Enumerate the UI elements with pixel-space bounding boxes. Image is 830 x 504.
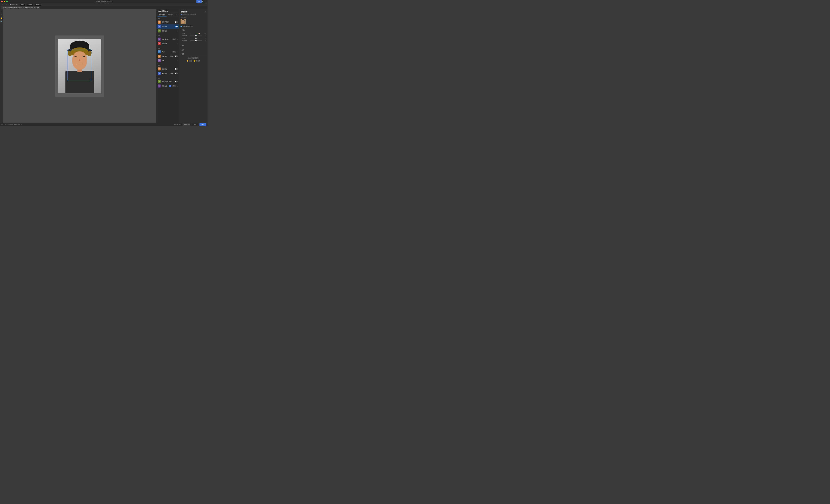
colorize-download-icon[interactable]: ↓ [177,60,178,62]
filter-remove-jpeg[interactable]: 移除 JPEG 伪影 [157,79,179,84]
super-zoom-toggle[interactable] [175,68,178,70]
happiness-slider-track[interactable] [190,33,202,33]
face-age-slider-track[interactable] [190,36,202,36]
filter-makeup-transfer[interactable]: 妆容迁移 ↓ [157,29,179,33]
smart-portrait-toggle[interactable] [175,26,178,28]
confirm-button[interactable]: 确定 [199,123,206,126]
smile-icon: 🙂 [187,60,189,62]
tab-close-icon[interactable]: × [2,7,2,8]
scroll-all-checkbox[interactable]: 滚动所有窗口 [10,4,18,5]
eye-direction-knob[interactable] [195,40,197,41]
svg-point-0 [159,21,160,23]
harmonize-download-icon[interactable]: ↓ [177,51,178,53]
right-eye [83,56,85,57]
color-transfer-icon [158,55,161,58]
filter-depth-blur[interactable]: 深度模糊 Beta [157,71,179,76]
more-options-button[interactable]: ⋯ [175,13,178,16]
chevron-down-icon[interactable]: ⌄ [205,0,206,2]
expression-arrow-icon: › [181,45,181,46]
unsatisfied-button[interactable]: 😕 不满意 [194,60,200,62]
fit-screen-button[interactable]: 适合屏幕 [26,3,33,6]
canvas-area[interactable] [3,9,157,123]
zoom-button[interactable]: 100% [20,3,26,6]
hair-value: 0 [203,37,206,39]
layers-icon[interactable]: ⊟ [177,124,178,126]
tab-coming-soon[interactable]: 即将推出 [166,13,174,16]
filter-super-zoom[interactable]: 超级缩放 [157,67,179,71]
filter-color-transfer[interactable]: 色彩转移 Beta [157,54,179,59]
filter-harmonize[interactable]: 协调 Beta ↓ [157,50,179,54]
filter-colorize[interactable]: 着色 ↓ [157,59,179,63]
style-download-icon[interactable]: ↓ [177,43,178,44]
photography-section-title: 摄影 [157,64,179,67]
back-button[interactable]: ← [1,4,4,6]
sp-help-icon[interactable]: ⊡ [205,10,206,12]
expression-section-header[interactable]: › 表情 [181,44,206,47]
color-transfer-toggle[interactable] [175,56,178,57]
bottom-bar: 50% 2662 像素 × 3993 像素 (72 ppi) › ⊞ ⊟ 输出 … [0,123,208,126]
zoom-tool[interactable]: 🔍 [0,21,2,23]
landscape-mixer-icon [158,38,161,41]
svg-line-13 [160,69,160,70]
tab-bar: × ian-dooley-d1UPkIFd04A-unsplash.jpg @ … [0,6,208,9]
panels-icon[interactable]: ⊞ [174,124,175,126]
eye-direction-value: 0 [203,40,206,41]
skin-smoothing-toggle[interactable] [175,21,178,23]
share-button[interactable]: 共享 [196,0,202,3]
svg-point-5 [159,31,160,31]
restore-section: 恢复 移除 JPEG 伪影 照片恢复 [157,76,179,89]
harmonize-label: 协调 [162,51,171,53]
depth-blur-label: 深度模糊 [162,72,169,74]
filter-landscape-mixer[interactable]: 风景混合器 Beta ↓ [157,37,179,41]
makeup-transfer-label: 妆容迁移 [162,30,176,32]
person-face [72,51,87,69]
photo-restore-new-badge: 新 [169,85,171,87]
output-select[interactable]: 当前图层 [183,124,190,126]
hand-tool[interactable]: ✋ [0,17,2,19]
forward-button[interactable]: → [5,4,8,6]
happiness-slider-row: 幸福 + 27 [183,32,206,34]
filter-skin-smoothing[interactable]: 皮肤平滑度 [157,20,179,25]
depth-blur-toggle[interactable] [175,72,178,74]
global-section-header[interactable]: › 全局 [181,48,206,51]
smart-portrait-label: 智能肖像 [162,26,174,28]
face-age-knob[interactable] [195,35,197,36]
satisfaction-buttons: 🙂 满意 😕 不满意 [181,60,206,62]
settings-section-header[interactable]: › 设置 [181,53,206,56]
filter-photo-restore[interactable]: 照片恢复 新 Beta ↓ [157,84,179,88]
person-photo [58,39,101,93]
auto-balance-checkbox[interactable]: ✓ [181,26,182,27]
feature-section-header[interactable]: ▾ 特色 [181,29,206,31]
back-tool[interactable]: ← [0,10,2,12]
landscape-download-icon[interactable]: ↓ [177,38,178,40]
search-icon[interactable]: 🔍 [201,0,203,2]
fill-screen-button[interactable]: 填充屏幕 [35,3,41,6]
cancel-button[interactable]: 取消 [191,123,198,126]
file-tab[interactable]: × ian-dooley-d1UPkIFd04A-unsplash.jpg @ … [1,6,40,9]
remove-jpeg-toggle[interactable] [175,81,178,83]
sp-face-thumbnail[interactable] [181,19,186,24]
maximize-button[interactable] [6,1,8,2]
close-button[interactable] [1,1,3,2]
photo-restore-download-icon[interactable]: ↓ [177,85,178,87]
auto-balance-info-icon[interactable]: ⓘ [191,26,193,27]
hair-knob[interactable] [195,37,197,39]
portrait-section-title: 人像 [157,18,179,20]
traffic-lights[interactable] [1,1,8,2]
satisfied-button[interactable]: 🙂 满意 [187,60,192,62]
feature-section-title: 特色 [182,29,185,31]
eye-direction-slider-track[interactable] [190,40,202,41]
filter-smart-portrait[interactable]: 智能肖像 [157,24,179,29]
depth-blur-badge: Beta [170,73,173,74]
tab-all-filters[interactable]: 所有筛选器 [158,13,167,16]
makeup-download-icon[interactable]: ↓ [177,30,178,32]
happiness-knob[interactable] [199,33,200,34]
forward-tool[interactable]: → [0,13,2,16]
filter-style-transfer[interactable]: 样式转换 ↓ [157,41,179,46]
scroll-all-input[interactable] [10,4,10,5]
expression-section-title: 表情 [182,45,184,46]
svg-point-12 [159,68,160,69]
sp-cloud-text: 此滤镜处理云中的图像数据。 [183,13,197,15]
auto-balance-row: ✓ 自动平衡组合 ⓘ [179,25,208,28]
minimize-button[interactable] [4,1,5,2]
